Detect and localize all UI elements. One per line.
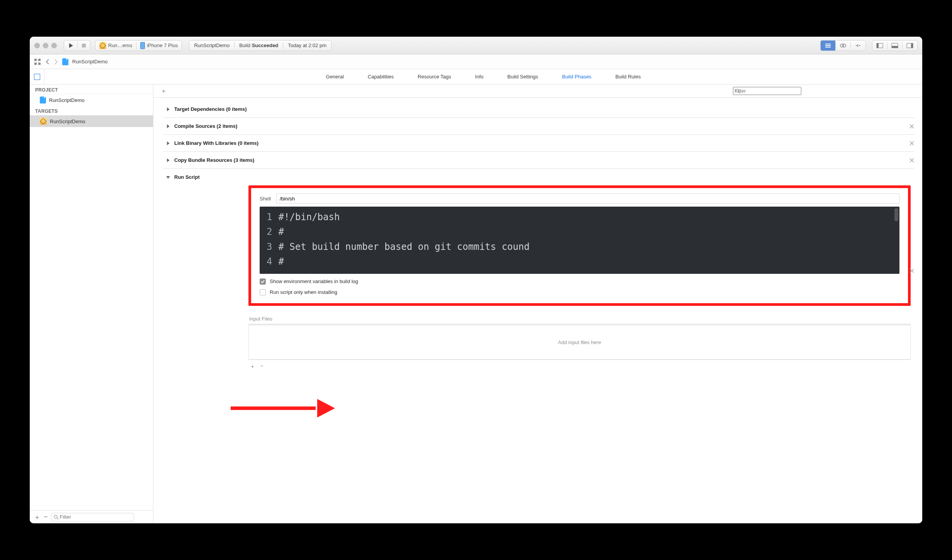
- back-button[interactable]: [45, 59, 50, 64]
- tab-build-settings[interactable]: Build Settings: [506, 69, 540, 84]
- status-project: RunScriptDemo: [189, 42, 234, 48]
- remove-phase-button[interactable]: [909, 158, 915, 163]
- script-content: #!/bin/bash # # Set build number based o…: [276, 209, 899, 270]
- phase-row: Target Dependencies (0 items): [163, 101, 915, 118]
- window-controls: [34, 43, 57, 48]
- shell-label: Shell: [260, 196, 271, 202]
- tab-general[interactable]: General: [325, 69, 345, 84]
- annotation-highlight: Shell 1234 #!/bin/bash # # Set build num…: [248, 185, 911, 306]
- svg-marker-31: [166, 176, 170, 179]
- jump-bar: RunScriptDemo: [30, 54, 922, 69]
- phase-header[interactable]: Compile Sources (2 items): [163, 118, 915, 134]
- disclosure-right-icon: [166, 141, 170, 146]
- toggle-navigator-button[interactable]: [872, 41, 887, 51]
- run-when-installing-checkbox-row[interactable]: Run script only when installing: [260, 289, 899, 295]
- annotation-arrow: [231, 403, 335, 413]
- tab-build-phases[interactable]: Build Phases: [561, 69, 593, 84]
- shell-path-input[interactable]: [276, 193, 899, 204]
- checkbox-label: Run script only when installing: [270, 289, 337, 295]
- svg-rect-8: [877, 43, 879, 48]
- sidebar-targets-header: TARGETS: [30, 106, 153, 115]
- remove-phase-button[interactable]: [909, 268, 915, 273]
- svg-rect-14: [38, 59, 41, 61]
- scroll-thumb[interactable]: [894, 208, 898, 221]
- target-editor-tabbar: GeneralCapabilitiesResource TagsInfoBuil…: [30, 69, 922, 85]
- svg-marker-0: [69, 43, 73, 48]
- tab-resource-tags[interactable]: Resource Tags: [416, 69, 452, 84]
- svg-rect-3: [825, 45, 831, 46]
- standard-editor-button[interactable]: [821, 41, 835, 51]
- titlebar: Run…emo iPhone 7 Plus RunScriptDemo Buil…: [30, 37, 922, 54]
- forward-button[interactable]: [54, 59, 58, 64]
- sidebar-filter-input[interactable]: [51, 513, 134, 521]
- filter-icon: [53, 514, 59, 520]
- run-button[interactable]: [64, 41, 77, 51]
- minimize-window-icon[interactable]: [43, 43, 48, 48]
- phase-title: Run Script: [174, 174, 200, 180]
- add-target-button[interactable]: ＋: [34, 512, 41, 522]
- script-editor[interactable]: 1234 #!/bin/bash # # Set build number ba…: [260, 207, 899, 274]
- phase-title: Target Dependencies (0 items): [174, 106, 247, 112]
- svg-line-18: [57, 518, 58, 519]
- phase-title: Copy Bundle Resources (3 items): [174, 157, 254, 163]
- phase-header[interactable]: Target Dependencies (0 items): [163, 101, 915, 117]
- scheme-app-icon: [99, 42, 106, 49]
- show-targets-toggle[interactable]: [30, 69, 44, 84]
- disclosure-right-icon: [166, 124, 170, 129]
- svg-marker-21: [167, 107, 170, 111]
- disclosure-right-icon: [166, 158, 170, 163]
- add-phase-button[interactable]: ＋: [160, 87, 167, 95]
- svg-rect-4: [825, 47, 831, 48]
- related-items-icon[interactable]: [34, 58, 41, 66]
- remove-phase-button[interactable]: [909, 124, 915, 129]
- sidebar-project-label: RunScriptDemo: [49, 97, 85, 103]
- sidebar-target-item[interactable]: RunScriptDemo: [30, 115, 153, 127]
- phases-filter-input[interactable]: [733, 87, 801, 95]
- svg-marker-25: [167, 141, 170, 145]
- xcode-window: Run…emo iPhone 7 Plus RunScriptDemo Buil…: [30, 37, 922, 523]
- phase-row: Link Binary With Libraries (0 items): [163, 135, 915, 152]
- toggle-debug-area-button[interactable]: [887, 41, 902, 51]
- show-env-checkbox-row[interactable]: Show environment variables in build log: [260, 278, 899, 285]
- svg-line-20: [739, 92, 740, 93]
- checkbox-icon: [260, 278, 266, 285]
- scheme-selector[interactable]: Run…emo iPhone 7 Plus: [95, 40, 182, 51]
- input-files-section: Input Files Add input files here ＋ −: [248, 314, 911, 373]
- project-targets-sidebar: PROJECT RunScriptDemo TARGETS RunScriptD…: [30, 85, 153, 523]
- activity-status: RunScriptDemo Build Succeeded Today at 2…: [189, 40, 332, 51]
- phase-header[interactable]: Link Binary With Libraries (0 items): [163, 135, 915, 151]
- sidebar-footer: ＋ −: [30, 510, 153, 523]
- zoom-window-icon[interactable]: [51, 43, 57, 48]
- svg-rect-13: [34, 59, 37, 61]
- tab-capabilities[interactable]: Capabilities: [366, 69, 395, 84]
- close-window-icon[interactable]: [34, 43, 40, 48]
- phase-header[interactable]: Copy Bundle Resources (3 items): [163, 152, 915, 168]
- tab-info[interactable]: Info: [474, 69, 485, 84]
- phase-header[interactable]: Run Script: [163, 169, 915, 183]
- tab-build-rules[interactable]: Build Rules: [614, 69, 643, 84]
- stop-button[interactable]: [78, 41, 90, 51]
- toggle-utilities-button[interactable]: [903, 41, 917, 51]
- phase-row: Copy Bundle Resources (3 items): [163, 152, 915, 169]
- input-files-dropzone[interactable]: Add input files here: [248, 325, 911, 360]
- main-area: PROJECT RunScriptDemo TARGETS RunScriptD…: [30, 85, 922, 523]
- svg-marker-22: [167, 124, 170, 128]
- svg-rect-10: [892, 46, 898, 48]
- add-input-file-button[interactable]: ＋: [250, 363, 255, 370]
- status-time: Today at 2:02 pm: [283, 42, 331, 48]
- assistant-editor-button[interactable]: [836, 41, 850, 51]
- path-item[interactable]: RunScriptDemo: [72, 59, 108, 64]
- disclosure-right-icon: [166, 107, 170, 112]
- svg-rect-15: [34, 63, 37, 65]
- sidebar-project-header: PROJECT: [30, 85, 153, 94]
- project-file-icon: [62, 58, 68, 65]
- panel-toggle-segment: [872, 40, 918, 51]
- editor-mode-segment: [820, 40, 866, 51]
- sidebar-project-item[interactable]: RunScriptDemo: [30, 94, 153, 106]
- remove-input-file-button[interactable]: −: [260, 363, 264, 370]
- remove-phase-button[interactable]: [909, 141, 915, 146]
- editor-toolbar: ＋: [153, 85, 922, 98]
- remove-target-button[interactable]: −: [44, 513, 48, 521]
- svg-point-17: [54, 515, 57, 518]
- version-editor-button[interactable]: [851, 41, 865, 51]
